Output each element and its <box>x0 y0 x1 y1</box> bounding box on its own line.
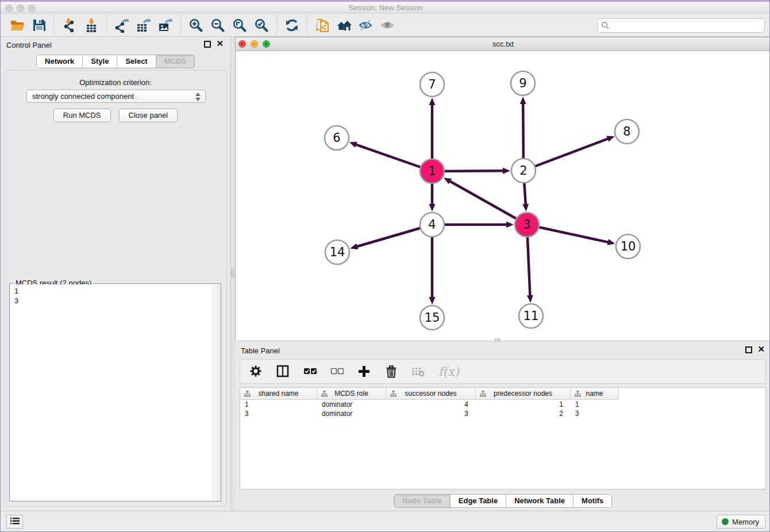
vertical-splitter[interactable] <box>231 37 235 511</box>
graph-edge-arrowhead <box>527 295 533 303</box>
table-cell[interactable]: 4 <box>386 400 476 409</box>
export-network-icon[interactable] <box>111 16 133 34</box>
memory-button[interactable]: Memory <box>717 515 765 529</box>
tab-motifs[interactable]: Motifs <box>573 495 611 507</box>
graph-edge-arrowhead <box>429 98 436 105</box>
column-header-label: shared name <box>258 390 298 398</box>
trash-icon[interactable] <box>384 365 398 378</box>
graph-node-label: 8 <box>623 125 630 138</box>
graph-node-label: 10 <box>621 240 636 253</box>
houses-icon[interactable] <box>333 16 355 34</box>
result-item[interactable]: 1 <box>14 286 220 296</box>
table-row[interactable]: 3dominator323 <box>240 409 765 418</box>
column-header-MCDS-role[interactable]: MCDS role <box>317 388 386 400</box>
dev-panel-button[interactable] <box>6 515 23 529</box>
eye-slash-icon[interactable] <box>355 16 377 34</box>
graph-edge-arrowhead <box>606 136 614 142</box>
toolbar-separator <box>180 16 181 35</box>
optimization-select[interactable]: strongly connected component <box>26 90 206 103</box>
graph-node-label: 11 <box>523 309 539 323</box>
open-folder-icon[interactable] <box>6 16 28 34</box>
graph-edge-arrowhead <box>607 239 615 245</box>
network-graph-svg: 7968124314101511 <box>236 51 770 340</box>
import-network-icon[interactable] <box>59 16 80 34</box>
close-panel-button[interactable]: Close panel <box>119 109 178 122</box>
zoom-out-icon[interactable] <box>207 16 229 34</box>
tab-style[interactable]: Style <box>83 55 117 68</box>
export-table-icon[interactable] <box>133 16 155 34</box>
main-toolbar <box>1 14 770 37</box>
gear-icon[interactable] <box>249 365 263 378</box>
graph-node-label: 1 <box>428 164 436 178</box>
tab-network[interactable]: Network <box>37 55 83 68</box>
graph-edge-arrowhead <box>503 168 510 174</box>
tab-select[interactable]: Select <box>117 55 156 68</box>
table-cell[interactable]: 3 <box>240 409 317 418</box>
table-cell[interactable]: 3 <box>386 409 476 418</box>
unchecked-boxes-icon[interactable] <box>330 365 344 378</box>
table-cell[interactable]: dominator <box>317 400 386 409</box>
graph-node-label: 9 <box>519 76 526 90</box>
save-floppy-icon[interactable] <box>28 16 50 34</box>
column-sort-icon <box>244 391 251 399</box>
toolbar-separator <box>106 16 107 35</box>
column-header-shared-name[interactable]: shared name <box>240 388 317 400</box>
column-sort-icon <box>480 391 486 399</box>
export-image-icon[interactable] <box>155 16 176 34</box>
zoom-fit-icon[interactable] <box>229 16 251 34</box>
tab-network-table[interactable]: Network Table <box>506 495 573 507</box>
column-header-name[interactable]: name <box>571 388 619 400</box>
mcds-result-list[interactable]: 13 <box>10 284 220 500</box>
network-window-titlebar[interactable]: × − + scc.txt <box>236 37 770 51</box>
refresh-icon[interactable] <box>281 16 303 34</box>
tab-node-table[interactable]: Node Table <box>394 495 451 507</box>
graph-edge-3-1[interactable] <box>449 181 527 225</box>
table-header-row: shared nameMCDS rolesuccessor nodesprede… <box>240 388 765 400</box>
column-header-label: MCDS role <box>334 390 368 398</box>
checked-boxes-icon[interactable] <box>303 365 317 378</box>
status-bar: Memory <box>1 511 770 531</box>
zoom-selected-icon[interactable] <box>251 16 272 34</box>
graph-edge-2-8[interactable] <box>523 138 609 171</box>
table-cell[interactable]: 3 <box>571 409 619 418</box>
split-columns-icon[interactable] <box>276 365 290 378</box>
graph-node-label: 14 <box>330 245 345 259</box>
import-table-icon[interactable] <box>80 16 102 34</box>
graph-edge-arrowhead <box>506 222 514 228</box>
search-input[interactable] <box>597 18 765 33</box>
column-header-successor-nodes[interactable]: successor nodes <box>386 388 476 400</box>
table-cell[interactable]: 1 <box>571 400 619 409</box>
close-panel-icon[interactable]: ✕ <box>216 39 224 48</box>
column-header-predecessor-nodes[interactable]: predecessor nodes <box>476 388 571 400</box>
table-panel: Table Panel ✕ f(x) shared nameMCDS roles… <box>235 342 770 511</box>
network-window-title: scc.txt <box>236 40 770 48</box>
app-window: { "window": { "title": "Session: New Ses… <box>0 0 770 532</box>
table-cell[interactable]: dominator <box>317 409 386 418</box>
result-scrollbar[interactable] <box>213 284 220 500</box>
table-toolbar: f(x) <box>240 359 766 384</box>
table-cell[interactable]: 1 <box>476 400 571 409</box>
column-sort-icon <box>575 391 581 399</box>
tab-edge-table[interactable]: Edge Table <box>451 495 506 507</box>
tab-mcds[interactable]: MCDS <box>156 55 194 68</box>
run-mcds-button[interactable]: Run MCDS <box>53 109 111 122</box>
column-header-label: predecessor nodes <box>494 390 552 398</box>
graph-edge-arrowhead <box>429 297 436 304</box>
table-cell[interactable]: 1 <box>240 400 317 409</box>
float-table-panel-icon[interactable] <box>745 346 752 353</box>
graph-node-label: 4 <box>428 218 436 232</box>
zoom-in-icon[interactable] <box>185 16 207 34</box>
delete-table-icon <box>411 365 425 378</box>
close-table-panel-icon[interactable]: ✕ <box>757 345 765 354</box>
network-window: × − + scc.txt 7968124314101511 <box>235 37 770 340</box>
list-icon <box>10 517 20 527</box>
search-icon <box>601 21 610 32</box>
network-canvas[interactable]: 7968124314101511 <box>236 51 770 340</box>
plus-icon[interactable] <box>357 365 371 378</box>
table-row[interactable]: 1dominator411 <box>240 400 765 409</box>
eye-icon[interactable] <box>377 16 399 34</box>
float-panel-icon[interactable] <box>204 41 211 48</box>
table-cell[interactable]: 2 <box>476 409 571 418</box>
result-item[interactable]: 3 <box>14 296 220 306</box>
document-share-icon[interactable] <box>311 16 333 34</box>
